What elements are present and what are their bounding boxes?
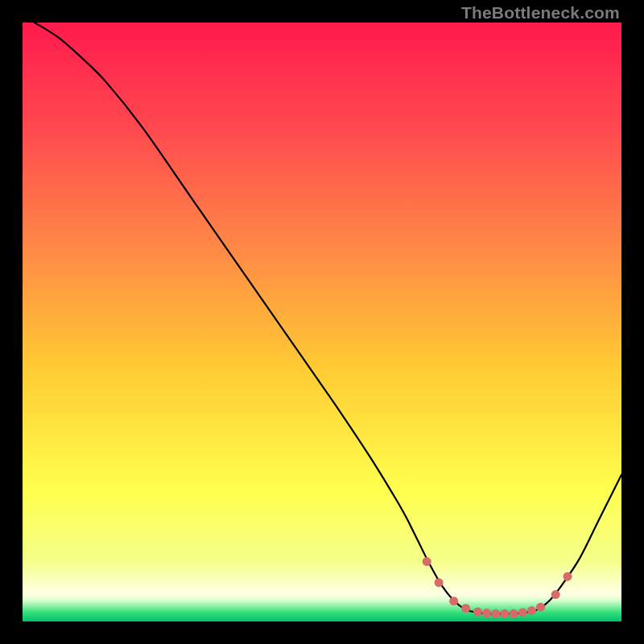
marker-dot — [482, 609, 491, 617]
chart-background — [23, 23, 621, 621]
marker-dot — [564, 572, 572, 581]
marker-dot — [435, 578, 444, 587]
marker-dot — [473, 608, 482, 617]
watermark-text: TheBottleneck.com — [461, 3, 620, 23]
marker-dot — [510, 609, 518, 618]
marker-dot — [500, 609, 509, 618]
marker-dot — [423, 557, 431, 566]
marker-dot — [527, 606, 536, 615]
marker-dot — [449, 597, 458, 605]
marker-dot — [491, 609, 500, 618]
bottleneck-chart — [23, 23, 621, 621]
marker-dot — [536, 603, 545, 612]
marker-dot — [551, 590, 560, 599]
marker-dot — [461, 604, 470, 613]
chart-frame — [23, 23, 621, 621]
marker-dot — [518, 608, 527, 617]
